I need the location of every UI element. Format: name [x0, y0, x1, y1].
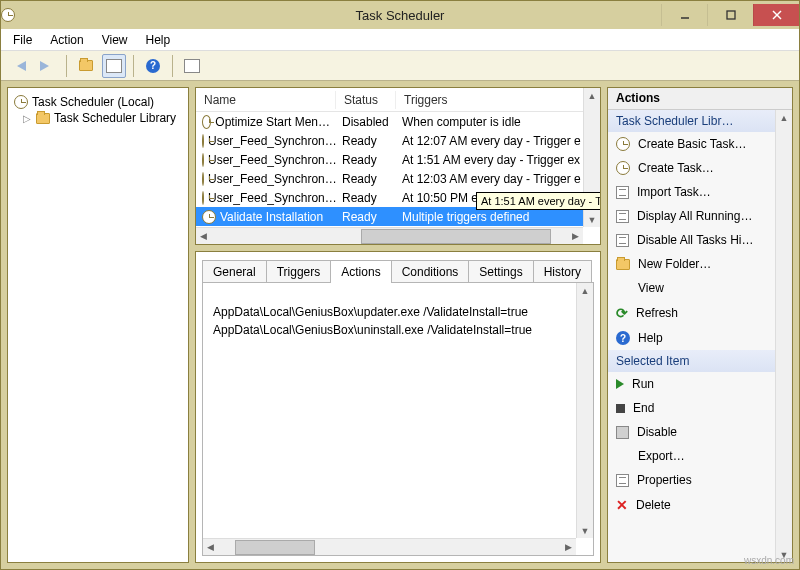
- tree-pane: Task Scheduler (Local) ▷ Task Scheduler …: [7, 87, 189, 563]
- tabs: General Triggers Actions Conditions Sett…: [196, 252, 600, 283]
- table-row[interactable]: User_Feed_Synchron…ReadyAt 12:03 AM ever…: [196, 169, 600, 188]
- menu-help[interactable]: Help: [138, 31, 179, 49]
- action-delete[interactable]: ✕Delete: [608, 492, 792, 518]
- close-button[interactable]: [753, 4, 799, 26]
- minimize-button[interactable]: [661, 4, 707, 26]
- scroll-down-icon[interactable]: ▼: [585, 212, 600, 227]
- tree-expand-icon[interactable]: ▷: [22, 113, 32, 124]
- col-name[interactable]: Name: [196, 91, 336, 109]
- action-properties[interactable]: Properties: [608, 468, 792, 492]
- clock-icon: [616, 137, 630, 151]
- scroll-right-icon[interactable]: ▶: [561, 540, 576, 555]
- task-status: Ready: [336, 153, 396, 167]
- action-refresh[interactable]: ⟳Refresh: [608, 300, 792, 326]
- task-status: Ready: [336, 134, 396, 148]
- task-trigger: At 12:07 AM every day - Trigger e: [396, 134, 600, 148]
- view-button[interactable]: [180, 54, 204, 78]
- action-end[interactable]: End: [608, 396, 792, 420]
- action-disable-history[interactable]: Disable All Tasks Hi…: [608, 228, 792, 252]
- hscroll-thumb[interactable]: [361, 229, 551, 244]
- delete-icon: ✕: [616, 497, 628, 513]
- content-area: Task Scheduler (Local) ▷ Task Scheduler …: [1, 81, 799, 569]
- action-help[interactable]: ?Help: [608, 326, 792, 350]
- col-status[interactable]: Status: [336, 91, 396, 109]
- help-icon: ?: [146, 59, 160, 73]
- action-export[interactable]: Export…: [608, 444, 792, 468]
- up-button[interactable]: [74, 54, 98, 78]
- nav-forward-button[interactable]: [35, 54, 59, 78]
- menu-action[interactable]: Action: [42, 31, 91, 49]
- task-name: User_Feed_Synchron…: [208, 134, 336, 148]
- scroll-right-icon[interactable]: ▶: [568, 229, 583, 244]
- action-create-task[interactable]: Create Task…: [608, 156, 792, 180]
- help-button[interactable]: ?: [141, 54, 165, 78]
- task-name: User_Feed_Synchron…: [208, 153, 336, 167]
- task-name: Validate Installation: [220, 210, 323, 224]
- menu-file[interactable]: File: [5, 31, 40, 49]
- action-display-running[interactable]: Display All Running…: [608, 204, 792, 228]
- tree-root[interactable]: Task Scheduler (Local): [12, 94, 184, 110]
- folder-icon: [36, 113, 50, 124]
- table-row[interactable]: User_Feed_Synchron…ReadyAt 12:07 AM ever…: [196, 131, 600, 150]
- actions-vscroll[interactable]: ▲ ▼: [775, 110, 792, 562]
- scroll-up-icon[interactable]: ▲: [777, 110, 792, 125]
- toolbar-separator: [172, 55, 173, 77]
- task-trigger: At 1:51 AM every day - Trigger ex: [396, 153, 600, 167]
- tab-actions[interactable]: Actions: [330, 260, 391, 283]
- action-line[interactable]: AppData\Local\GeniusBox\updater.exe /Val…: [213, 303, 583, 321]
- col-triggers[interactable]: Triggers: [396, 91, 600, 109]
- task-status: Disabled: [336, 115, 396, 129]
- tab-settings[interactable]: Settings: [468, 260, 533, 283]
- action-disable[interactable]: Disable: [608, 420, 792, 444]
- table-header: Name Status Triggers: [196, 88, 600, 112]
- nav-back-button[interactable]: [7, 54, 31, 78]
- actions-header: Actions: [608, 88, 792, 110]
- scroll-up-icon[interactable]: ▲: [578, 283, 593, 298]
- scroll-left-icon[interactable]: ◀: [196, 229, 211, 244]
- table-row[interactable]: Optimize Start Men…DisabledWhen computer…: [196, 112, 600, 131]
- action-view[interactable]: View▶: [608, 276, 792, 300]
- action-import-task[interactable]: Import Task…: [608, 180, 792, 204]
- actions-list: Task Scheduler Libr… Create Basic Task… …: [608, 110, 792, 562]
- action-run[interactable]: Run: [608, 372, 792, 396]
- actions-section-library[interactable]: Task Scheduler Libr…: [608, 110, 792, 132]
- detail-hscroll[interactable]: ◀ ▶: [203, 538, 576, 555]
- folder-icon: [616, 259, 630, 270]
- table-row[interactable]: User_Feed_Synchron…ReadyAt 1:51 AM every…: [196, 150, 600, 169]
- task-trigger: At 12:03 AM every day - Trigger e: [396, 172, 600, 186]
- menu-view[interactable]: View: [94, 31, 136, 49]
- show-actions-button[interactable]: [102, 54, 126, 78]
- titlebar: Task Scheduler: [1, 1, 799, 29]
- task-trigger: Multiple triggers defined: [396, 210, 600, 224]
- tab-conditions[interactable]: Conditions: [391, 260, 470, 283]
- action-create-basic-task[interactable]: Create Basic Task…: [608, 132, 792, 156]
- properties-icon: [616, 474, 629, 487]
- toolbar-separator: [133, 55, 134, 77]
- actions-section-selected[interactable]: Selected Item: [608, 350, 792, 372]
- detail-vscroll[interactable]: ▲ ▼: [576, 283, 593, 538]
- tree-library-label: Task Scheduler Library: [54, 111, 176, 125]
- clock-icon: [616, 161, 630, 175]
- toolbar: ?: [1, 51, 799, 81]
- tab-general[interactable]: General: [202, 260, 267, 283]
- maximize-button[interactable]: [707, 4, 753, 26]
- hscrollbar[interactable]: ◀ ▶: [196, 227, 583, 244]
- scroll-down-icon[interactable]: ▼: [578, 523, 593, 538]
- app-icon: [1, 8, 15, 22]
- history-icon: [616, 234, 629, 247]
- pane-icon: [106, 59, 122, 73]
- task-icon: [202, 172, 204, 186]
- tab-triggers[interactable]: Triggers: [266, 260, 332, 283]
- folder-up-icon: [79, 60, 93, 71]
- hscroll-thumb[interactable]: [235, 540, 315, 555]
- action-new-folder[interactable]: New Folder…: [608, 252, 792, 276]
- task-icon: [202, 153, 204, 167]
- scroll-up-icon[interactable]: ▲: [585, 88, 600, 103]
- action-line[interactable]: AppData\Local\GeniusBox\uninstall.exe /V…: [213, 321, 583, 339]
- tree-library[interactable]: ▷ Task Scheduler Library: [12, 110, 184, 126]
- scroll-left-icon[interactable]: ◀: [203, 540, 218, 555]
- import-icon: [616, 186, 629, 199]
- tab-history[interactable]: History: [533, 260, 592, 283]
- task-status: Ready: [336, 210, 396, 224]
- scheduler-icon: [14, 95, 28, 109]
